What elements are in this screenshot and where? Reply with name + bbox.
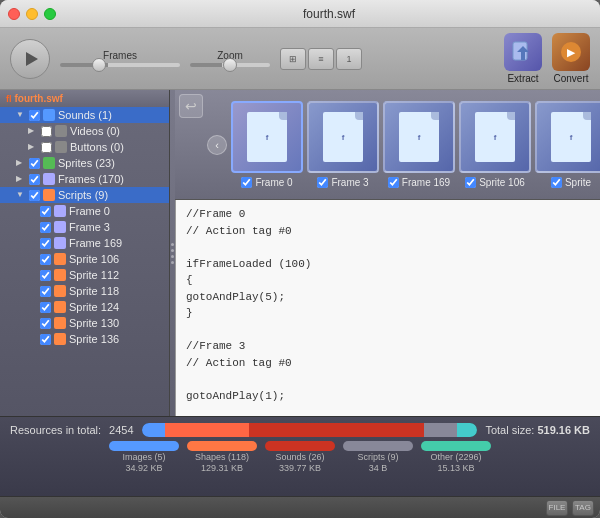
total-size-text: Total size: [485, 424, 534, 436]
sprite124-checkbox[interactable] [40, 302, 51, 313]
sidebar-item-frame3[interactable]: Frame 3 [0, 219, 169, 235]
sprites-icon [43, 157, 55, 169]
videos-arrow [28, 126, 38, 136]
frames-root-checkbox[interactable] [29, 174, 40, 185]
sprite112-checkbox[interactable] [40, 270, 51, 281]
sprite130-icon [54, 317, 66, 329]
sprite118-icon [54, 285, 66, 297]
thumb-doc-0: f [247, 112, 287, 162]
stat-bar-scripts [343, 441, 413, 451]
sidebar-item-sprite136[interactable]: Sprite 136 [0, 331, 169, 347]
close-button[interactable] [8, 8, 20, 20]
undo-button[interactable]: ↩ [179, 94, 203, 118]
sprite-last-thumb-checkbox[interactable] [551, 177, 562, 188]
titlebar: fourth.swf [0, 0, 600, 28]
code-area[interactable]: //Frame 0// Action tag #0 ifFrameLoaded … [175, 200, 600, 416]
sprite130-label: Sprite 130 [69, 317, 119, 329]
frame169-checkbox[interactable] [40, 238, 51, 249]
sprite112-label: Sprite 112 [69, 269, 119, 281]
frame0-label: Frame 0 [69, 205, 110, 217]
bottom-bar: Resources in total: 2454 Total size: 519… [0, 416, 600, 496]
sidebar-item-sprite112[interactable]: Sprite 112 [0, 267, 169, 283]
strip-prev-button[interactable]: ‹ [207, 135, 227, 155]
sounds-icon [43, 109, 55, 121]
pb-sounds [249, 423, 424, 437]
sprite112-icon [54, 269, 66, 281]
bottom-stats-row: Images (5)34.92 KBShapes (118)129.31 KBS… [10, 441, 590, 473]
pb-other [457, 423, 477, 437]
convert-icon: ▶ [552, 33, 590, 71]
frame3-checkbox[interactable] [40, 222, 51, 233]
sidebar-item-scripts[interactable]: Scripts (9) [0, 187, 169, 203]
videos-checkbox[interactable] [41, 126, 52, 137]
stat-label-other: Other (2296) [430, 452, 481, 462]
frame-thumb-3: f Frame 3 [307, 101, 379, 188]
sprite118-checkbox[interactable] [40, 286, 51, 297]
convert-button[interactable]: ▶ Convert [552, 33, 590, 84]
sprite106-thumb-checkbox[interactable] [465, 177, 476, 188]
sprite124-label: Sprite 124 [69, 301, 119, 313]
frame169-thumb-checkbox[interactable] [388, 177, 399, 188]
frames-slider-group: Frames [60, 50, 180, 67]
sidebar-item-sprites[interactable]: Sprites (23) [0, 155, 169, 171]
frame-thumb-0: f Frame 0 [231, 101, 303, 188]
frame-thumb-label-sprite106: Sprite 106 [465, 177, 525, 188]
sprites-label: Sprites (23) [58, 157, 115, 169]
buttons-checkbox[interactable] [41, 142, 52, 153]
frame-thumb-img-0[interactable]: f [231, 101, 303, 173]
frame0-thumb-checkbox[interactable] [241, 177, 252, 188]
sidebar-item-sprite106[interactable]: Sprite 106 [0, 251, 169, 267]
videos-label: Videos (0) [70, 125, 120, 137]
sidebar-item-frame169[interactable]: Frame 169 [0, 235, 169, 251]
status-file-button[interactable]: FILE [546, 500, 568, 516]
frame-thumb-img-sprite-last[interactable]: f [535, 101, 600, 173]
frames-root-icon [43, 173, 55, 185]
sprites-checkbox[interactable] [29, 158, 40, 169]
toolbar: Frames Zoom ⊞ ≡ 1 Extract [0, 28, 600, 90]
sidebar-item-sprite124[interactable]: Sprite 124 [0, 299, 169, 315]
code-line: //Frame 3 [186, 338, 590, 355]
zoom-slider[interactable] [190, 63, 270, 67]
frame-thumb-sprite106: f Sprite 106 [459, 101, 531, 188]
extract-button[interactable]: Extract [504, 33, 542, 84]
play-button[interactable] [10, 39, 50, 79]
scripts-checkbox[interactable] [29, 190, 40, 201]
sidebar-item-sprite118[interactable]: Sprite 118 [0, 283, 169, 299]
frame3-thumb-checkbox[interactable] [317, 177, 328, 188]
buttons-label: Buttons (0) [70, 141, 124, 153]
status-tag-button[interactable]: TAG [572, 500, 594, 516]
sidebar-item-videos[interactable]: Videos (0) [0, 123, 169, 139]
stat-size-other: 15.13 KB [437, 463, 474, 473]
frame0-checkbox[interactable] [40, 206, 51, 217]
maximize-button[interactable] [44, 8, 56, 20]
frame3-icon [54, 221, 66, 233]
frame-thumb-img-sprite106[interactable]: f [459, 101, 531, 173]
sprite130-checkbox[interactable] [40, 318, 51, 329]
code-line: { [186, 272, 590, 289]
stat-bar-images [109, 441, 179, 451]
frame-thumb-img-3[interactable]: f [307, 101, 379, 173]
frames-slider[interactable] [60, 63, 180, 67]
frame-thumb-label-sprite-last: Sprite [551, 177, 591, 188]
sounds-checkbox[interactable] [29, 110, 40, 121]
frame3-label: Frame 3 [69, 221, 110, 233]
stat-label-images: Images (5) [122, 452, 165, 462]
view-grid-button[interactable]: ⊞ [280, 48, 306, 70]
view-list-button[interactable]: ≡ [308, 48, 334, 70]
frame-thumb-img-169[interactable]: f [383, 101, 455, 173]
sidebar-item-sprite130[interactable]: Sprite 130 [0, 315, 169, 331]
main-window: fourth.swf Frames Zoom ⊞ ≡ 1 [0, 0, 600, 518]
stat-label-scripts: Scripts (9) [357, 452, 398, 462]
view-detail-button[interactable]: 1 [336, 48, 362, 70]
scripts-icon [43, 189, 55, 201]
minimize-button[interactable] [26, 8, 38, 20]
code-line: } [186, 305, 590, 322]
sounds-arrow [16, 110, 26, 120]
sprite136-checkbox[interactable] [40, 334, 51, 345]
stat-item-other: Other (2296)15.13 KB [421, 441, 491, 473]
sidebar-item-frames-root[interactable]: Frames (170) [0, 171, 169, 187]
sprite106-checkbox[interactable] [40, 254, 51, 265]
sidebar-item-frame0[interactable]: Frame 0 [0, 203, 169, 219]
sidebar-item-buttons[interactable]: Buttons (0) [0, 139, 169, 155]
sidebar-item-sounds[interactable]: Sounds (1) [0, 107, 169, 123]
